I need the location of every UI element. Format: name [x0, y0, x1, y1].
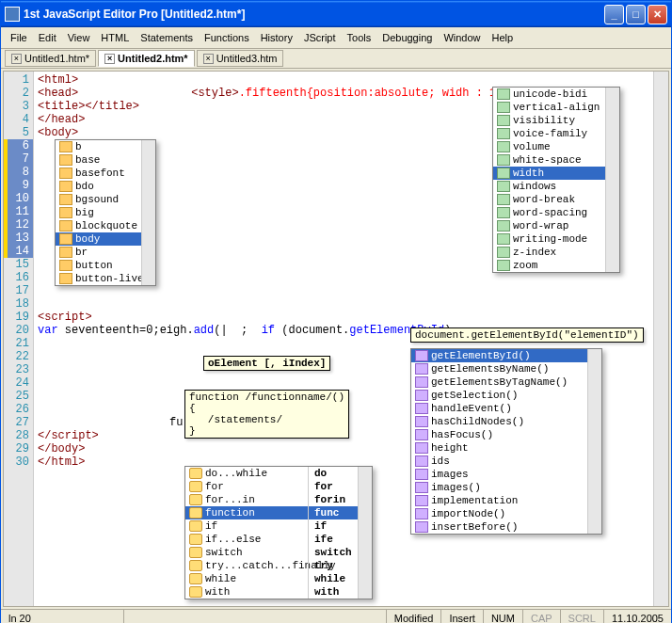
prop-icon [497, 168, 510, 179]
autocomplete-item[interactable]: for [185, 480, 308, 493]
menu-statements[interactable]: Statements [135, 30, 199, 45]
status-cap: CAP [522, 610, 560, 623]
autocomplete-item[interactable]: white-space [493, 153, 605, 167]
tab[interactable]: ×Untitled3.htm [197, 50, 284, 67]
tab-close-icon[interactable]: × [203, 54, 214, 64]
autocomplete-item[interactable]: br [56, 246, 141, 259]
autocomplete-item[interactable]: importNode() [411, 507, 587, 520]
code-area[interactable]: <html> <head><style>.fifteenth{position:… [34, 72, 653, 606]
autocomplete-methods-popup[interactable]: getElementById()getElementsByName()getEl… [410, 348, 602, 535]
autocomplete-item[interactable]: word-break [493, 193, 605, 206]
autocomplete-item[interactable]: writing-mode [493, 232, 605, 246]
autocomplete-item[interactable]: hasFocus() [411, 428, 587, 441]
editor-vscrollbar[interactable] [653, 72, 668, 606]
autocomplete-item[interactable]: z-index [493, 246, 605, 259]
menu-functions[interactable]: Functions [199, 30, 255, 45]
tag-icon [59, 220, 72, 232]
line-number: 27 [4, 416, 33, 429]
tag-icon [59, 247, 72, 258]
maximize-button[interactable]: □ [626, 5, 646, 24]
autocomplete-item[interactable]: for...in [185, 493, 308, 506]
autocomplete-item[interactable]: big [56, 206, 141, 219]
menu-tools[interactable]: Tools [342, 30, 377, 45]
autocomplete-shortcut[interactable]: if [309, 519, 358, 533]
tab[interactable]: ×Untitled2.htm* [98, 50, 195, 67]
autocomplete-shortcut[interactable]: try [309, 559, 358, 572]
autocomplete-item[interactable]: bgsound [56, 193, 141, 206]
autocomplete-item[interactable]: hasChildNodes() [411, 415, 587, 428]
autocomplete-item[interactable]: blockquote [56, 219, 141, 232]
tab-close-icon[interactable]: × [11, 54, 22, 64]
close-button[interactable]: ✕ [648, 5, 667, 24]
autocomplete-item[interactable]: do...while [185, 467, 308, 480]
status-scrl: SCRL [560, 610, 603, 623]
autocomplete-item[interactable]: try...catch...finally [185, 559, 308, 572]
autocomplete-keywords-popup[interactable]: do...whileforfor...infunctionifif...else… [184, 466, 373, 599]
tab-close-icon[interactable]: × [104, 54, 115, 64]
autocomplete-shortcut[interactable]: for [309, 480, 358, 493]
autocomplete-item[interactable]: if...else [185, 533, 308, 546]
autocomplete-item[interactable]: voice-family [493, 127, 605, 140]
autocomplete-item[interactable]: body [56, 232, 141, 246]
autocomplete-item[interactable]: function [185, 506, 308, 519]
menu-jscript[interactable]: JScript [298, 30, 342, 45]
autocomplete-item[interactable]: unicode-bidi [493, 88, 605, 101]
menu-view[interactable]: View [62, 30, 96, 45]
autocomplete-shortcut[interactable]: switch [309, 546, 358, 559]
autocomplete-item[interactable]: button [56, 259, 141, 272]
autocomplete-item[interactable]: volume [493, 140, 605, 153]
menu-file[interactable]: File [5, 30, 33, 45]
autocomplete-item[interactable]: handleEvent() [411, 402, 587, 415]
autocomplete-item[interactable]: word-wrap [493, 219, 605, 232]
scrollbar[interactable] [605, 88, 619, 272]
autocomplete-item[interactable]: implementation [411, 494, 587, 507]
autocomplete-item[interactable]: vertical-align [493, 101, 605, 114]
autocomplete-item[interactable]: getElementsByName() [411, 362, 587, 375]
autocomplete-item[interactable]: getElementsByTagName() [411, 375, 587, 389]
autocomplete-item[interactable]: zoom [493, 259, 605, 272]
autocomplete-shortcut[interactable]: with [309, 585, 358, 599]
autocomplete-shortcut[interactable]: func [309, 506, 358, 519]
autocomplete-item[interactable]: getSelection() [411, 389, 587, 402]
menu-help[interactable]: Help [487, 30, 520, 45]
autocomplete-item[interactable]: with [185, 585, 308, 599]
autocomplete-item[interactable]: height [411, 441, 587, 455]
autocomplete-tags-popup[interactable]: bbasebasefontbdobgsoundbigblockquotebody… [55, 139, 156, 286]
method-icon [415, 508, 428, 519]
menu-edit[interactable]: Edit [33, 30, 62, 45]
autocomplete-item[interactable]: images [411, 468, 587, 481]
autocomplete-item[interactable]: bdo [56, 180, 141, 193]
tab[interactable]: ×Untitled1.htm* [5, 50, 96, 67]
line-number: 2 [4, 87, 33, 100]
autocomplete-item[interactable]: images() [411, 481, 587, 494]
autocomplete-item[interactable]: button-live [56, 272, 141, 285]
menu-html[interactable]: HTML [95, 30, 135, 45]
autocomplete-item[interactable]: ids [411, 455, 587, 468]
autocomplete-item[interactable]: getElementById() [411, 349, 587, 362]
autocomplete-shortcut[interactable]: do [309, 467, 358, 480]
autocomplete-item[interactable]: if [185, 519, 308, 533]
scrollbar[interactable] [358, 467, 372, 599]
minimize-button[interactable]: _ [604, 5, 624, 24]
autocomplete-item[interactable]: b [56, 140, 141, 153]
autocomplete-item[interactable]: width [493, 167, 605, 180]
editor[interactable]: 1234567891011121314151617181920212223242… [3, 71, 669, 607]
menu-window[interactable]: Window [438, 30, 486, 45]
autocomplete-shortcut[interactable]: ife [309, 533, 358, 546]
autocomplete-item[interactable]: switch [185, 546, 308, 559]
autocomplete-item[interactable]: base [56, 153, 141, 167]
autocomplete-item[interactable]: insertBefore() [411, 520, 587, 534]
menu-history[interactable]: History [255, 30, 298, 45]
autocomplete-item[interactable]: windows [493, 180, 605, 193]
scrollbar[interactable] [587, 349, 601, 534]
status-line: ln 20 [1, 610, 123, 623]
menu-debugging[interactable]: Debugging [376, 30, 438, 45]
autocomplete-css-popup[interactable]: unicode-bidivertical-alignvisibilityvoic… [492, 87, 620, 273]
autocomplete-item[interactable]: word-spacing [493, 206, 605, 219]
autocomplete-item[interactable]: while [185, 572, 308, 585]
autocomplete-item[interactable]: basefont [56, 167, 141, 180]
autocomplete-item[interactable]: visibility [493, 114, 605, 127]
autocomplete-shortcut[interactable]: while [309, 572, 358, 585]
autocomplete-shortcut[interactable]: forin [309, 493, 358, 506]
scrollbar[interactable] [141, 140, 155, 285]
